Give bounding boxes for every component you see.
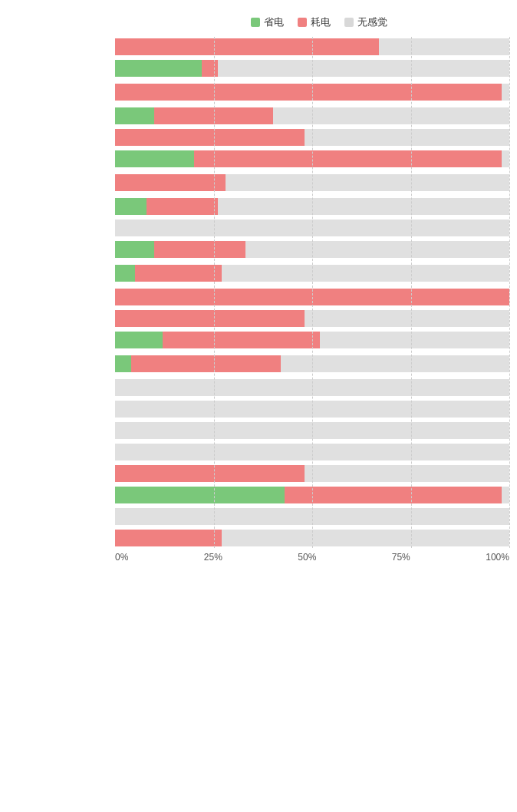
bar-segment-red	[115, 530, 222, 546]
bar-track	[115, 241, 509, 258]
bar-track	[115, 465, 509, 482]
legend-label-gray: 无感觉	[357, 15, 387, 29]
bar-track	[115, 60, 509, 77]
x-axis: 0% 25% 50% 75% 100%	[115, 552, 509, 563]
legend-label-green: 省电	[264, 15, 284, 29]
bar-segment-green	[115, 60, 202, 77]
bar-segment-green	[115, 265, 135, 282]
bar-row: iPhone 14 Pro	[115, 330, 509, 350]
bar-row: iPhone 14	[115, 287, 509, 307]
bar-track	[115, 444, 509, 460]
x-label-75: 75%	[392, 552, 410, 563]
bar-row: iPhone 13 mini	[115, 218, 509, 238]
bar-row: iPhone 14 Pro Max	[115, 352, 509, 376]
bar-track	[115, 84, 509, 101]
bar-segment-green	[115, 198, 147, 215]
legend-dot-gray	[344, 18, 354, 27]
bar-row: iPhone 11	[115, 37, 509, 57]
bar-segment-red	[202, 60, 218, 77]
bar-segment-green	[115, 241, 154, 258]
bar-row: iPhone 12 mini	[115, 127, 509, 147]
x-label-100: 100%	[486, 552, 509, 563]
bar-segment-red	[147, 198, 218, 215]
bar-segment-red	[115, 310, 305, 327]
bar-segment-red	[115, 465, 305, 482]
bar-track	[115, 310, 509, 327]
bar-segment-green	[115, 332, 163, 348]
bar-segment-green	[115, 107, 154, 124]
legend-label-red: 耗电	[311, 15, 331, 29]
bar-row: iPhone 13 Pro Max	[115, 261, 509, 286]
bar-row: iPhone 13 Pro	[115, 239, 509, 259]
bar-track	[115, 530, 509, 546]
bar-track	[115, 107, 509, 124]
bar-segment-green	[115, 487, 285, 503]
legend-dot-green	[251, 18, 260, 27]
bar-segment-red	[163, 332, 321, 348]
bar-track	[115, 220, 509, 236]
bar-track	[115, 198, 509, 215]
bar-row: iPhone 12 Pro	[115, 149, 509, 169]
bar-track	[115, 401, 509, 418]
bar-segment-red	[194, 150, 502, 167]
bar-row: iPhone 12	[115, 106, 509, 126]
chart-container: 省电 耗电 无感觉 iPhone 11iPhone 11 ProiPhone 1…	[0, 8, 517, 586]
bar-row: iPhone 8	[115, 378, 509, 398]
bar-segment-red	[115, 174, 226, 191]
bar-segment-red	[131, 355, 281, 372]
bar-track	[115, 38, 509, 55]
legend-item-green: 省电	[251, 15, 284, 29]
grid-line	[509, 37, 510, 548]
bar-track	[115, 174, 509, 191]
bar-track	[115, 487, 509, 503]
bar-segment-green	[115, 355, 131, 372]
bar-row: iPhone 11 Pro	[115, 58, 509, 78]
bar-row: iPhone SE 第2代	[115, 421, 509, 441]
bar-row: iPhone XS	[115, 507, 509, 526]
bar-track	[115, 379, 509, 396]
bar-row: iPhone 11 Pro Max	[115, 80, 509, 104]
legend-dot-red	[298, 18, 307, 27]
bar-row: iPhone X	[115, 464, 509, 484]
legend-item-gray: 无感觉	[344, 15, 387, 29]
chart-rows-wrapper: iPhone 11iPhone 11 ProiPhone 11 Pro Maxi…	[115, 37, 509, 548]
bar-track	[115, 265, 509, 282]
bar-segment-red	[154, 107, 272, 124]
bar-segment-red	[154, 241, 245, 258]
bar-row: iPhone XS Max	[115, 528, 509, 548]
bar-track	[115, 422, 509, 439]
bar-row: iPhone 13	[115, 196, 509, 216]
bar-track	[115, 332, 509, 348]
bar-row: iPhone SE 第3代	[115, 442, 509, 462]
chart-area: iPhone 11iPhone 11 ProiPhone 11 Pro Maxi…	[8, 37, 509, 563]
bar-track	[115, 150, 509, 167]
bar-row: iPhone XR	[115, 485, 509, 505]
bar-segment-red	[135, 265, 222, 282]
bar-segment-red	[115, 38, 379, 55]
legend-item-red: 耗电	[298, 15, 331, 29]
bar-track	[115, 129, 509, 146]
legend: 省电 耗电 无感觉	[8, 15, 509, 29]
bar-segment-red	[115, 84, 502, 101]
bar-segment-red	[115, 289, 509, 305]
bar-segment-red	[285, 487, 502, 503]
bar-row: iPhone 14 Plus	[115, 309, 509, 328]
bar-segment-green	[115, 150, 194, 167]
bar-row: iPhone 8 Plus	[115, 399, 509, 419]
bar-track	[115, 355, 509, 372]
bar-row: iPhone 12 Pro Max	[115, 170, 509, 195]
x-label-50: 50%	[298, 552, 316, 563]
bar-segment-red	[115, 129, 305, 146]
bar-track	[115, 508, 509, 525]
bar-track	[115, 289, 509, 305]
x-label-0: 0%	[115, 552, 128, 563]
x-label-25: 25%	[204, 552, 222, 563]
